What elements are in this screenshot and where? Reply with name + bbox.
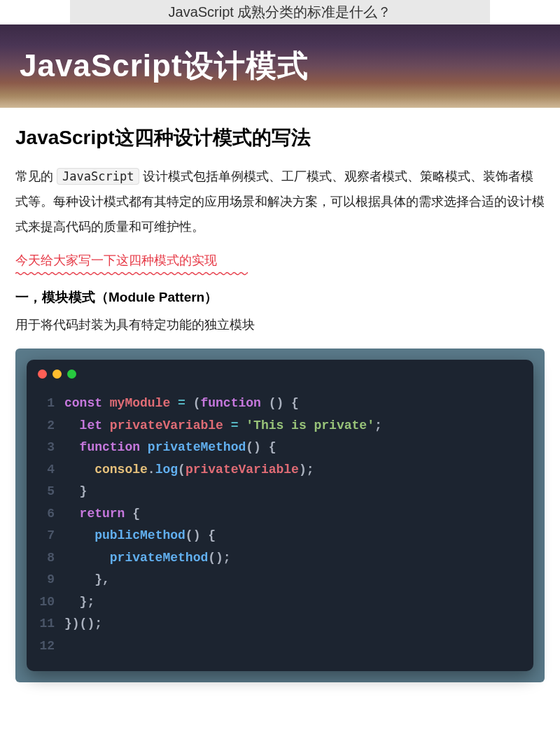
code-area: 123456789101112 const myModule = (functi…: [27, 388, 533, 671]
article-content: JavaScript这四种设计模式的写法 常见的 JavaScript 设计模式…: [0, 108, 560, 699]
highlighted-note: 今天给大家写一下这四种模式的实现: [15, 252, 545, 269]
code-line: },: [64, 569, 382, 591]
article-heading: JavaScript这四种设计模式的写法: [15, 125, 545, 151]
code-line: const myModule = (function () {: [64, 393, 382, 415]
line-number: 9: [39, 569, 55, 591]
wavy-underline-icon: [15, 272, 248, 276]
code-inline-javascript: JavaScript: [57, 168, 139, 185]
line-number: 12: [39, 635, 55, 658]
line-number: 6: [39, 503, 55, 526]
section-description: 用于将代码封装为具有特定功能的独立模块: [15, 316, 545, 333]
para-pre: 常见的: [15, 169, 57, 183]
line-number: 3: [39, 437, 55, 459]
editor-titlebar: [27, 360, 533, 388]
top-question-bar: JavaScript 成熟分类的标准是什么？: [70, 0, 490, 24]
line-number: 1: [39, 393, 55, 415]
code-block-wrapper: 123456789101112 const myModule = (functi…: [15, 349, 545, 682]
hero-title: JavaScript设计模式: [20, 45, 540, 87]
line-number: 5: [39, 481, 55, 503]
line-number: 8: [39, 547, 55, 570]
close-dot-icon: [38, 370, 47, 379]
line-number: 4: [39, 459, 55, 481]
code-line: [64, 635, 382, 658]
code-line: function privateMethod() {: [64, 437, 382, 459]
maximize-dot-icon: [67, 370, 76, 379]
hero-banner: JavaScript设计模式: [0, 24, 560, 108]
code-line: })();: [64, 613, 382, 635]
code-line: };: [64, 591, 382, 614]
code-editor: 123456789101112 const myModule = (functi…: [27, 360, 533, 671]
line-number: 11: [39, 613, 55, 635]
minimize-dot-icon: [52, 370, 62, 379]
code-line: return {: [64, 503, 382, 526]
code-line: console.log(privateVariable);: [64, 459, 382, 481]
code-content: const myModule = (function () { let priv…: [64, 393, 382, 657]
intro-paragraph: 常见的 JavaScript 设计模式包括单例模式、工厂模式、观察者模式、策略模…: [15, 164, 545, 239]
code-line: let privateVariable = 'This is private';: [64, 415, 382, 437]
code-line: privateMethod();: [64, 547, 382, 570]
code-line: publicMethod() {: [64, 525, 382, 547]
line-number: 2: [39, 415, 55, 437]
line-number: 10: [39, 591, 55, 614]
section-title-module-pattern: 一，模块模式（Module Pattern）: [15, 288, 545, 307]
line-number: 7: [39, 525, 55, 547]
line-gutter: 123456789101112: [27, 393, 64, 657]
code-line: }: [64, 481, 382, 503]
